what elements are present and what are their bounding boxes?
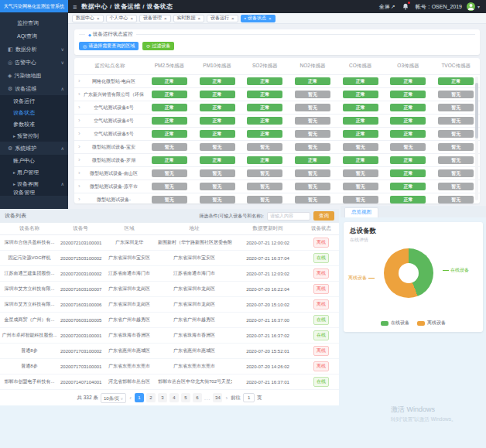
tab-item[interactable]: 数据中心× — [72, 15, 104, 22]
sidebar-item[interactable]: ⚙设备运维∧ — [0, 82, 68, 95]
fullscreen-label: 全屏 — [379, 3, 390, 11]
device-search-button[interactable]: 查询 — [313, 211, 334, 221]
next-page-button[interactable]: › — [224, 395, 228, 402]
expand-row-icon[interactable]: › — [78, 91, 80, 98]
sensor-status-cell: 正常 — [193, 130, 241, 138]
sidebar-item[interactable]: AQI查询 — [0, 29, 68, 43]
sidebar-item[interactable]: ▸用户管理 — [0, 166, 68, 178]
sidebar-item[interactable]: ◎告警中心∨ — [0, 56, 68, 69]
expand-row-icon[interactable]: › — [78, 183, 80, 190]
close-tab-icon[interactable]: × — [164, 16, 167, 21]
legend-item[interactable]: 离线设备 — [417, 320, 446, 327]
expand-row-icon[interactable]: › — [78, 78, 80, 85]
avatar[interactable] — [467, 2, 475, 11]
expand-row-icon[interactable]: › — [78, 170, 80, 177]
close-tab-icon[interactable]: × — [97, 16, 100, 21]
device-search-input[interactable] — [267, 212, 310, 221]
close-tab-icon[interactable]: × — [269, 16, 272, 21]
caret-up-icon: ∧ — [61, 181, 64, 186]
sensor-status-cell: 暂无 — [145, 143, 193, 151]
page-button[interactable]: 6 — [193, 393, 202, 402]
sensor-status-badge: 正常 — [152, 156, 187, 164]
station-name-cell: ›微型站测试设备-南山区 — [74, 170, 145, 177]
device-table-body: 深圳市合信共盈科技有...2020072103100001广东深圳龙华新围新村（… — [0, 235, 339, 390]
expand-row-icon[interactable]: › — [78, 144, 80, 151]
sidebar-item[interactable]: 设备状态 — [0, 107, 68, 118]
expand-row-icon[interactable]: › — [78, 118, 80, 125]
expand-row-icon[interactable]: › — [78, 131, 80, 138]
sensor-status-badge: 正常 — [247, 91, 282, 98]
page-button[interactable]: 4 — [169, 393, 179, 402]
device-cell: 2020071603100006 — [59, 303, 102, 307]
sensor-status-badge: 暂无 — [343, 169, 378, 177]
station-name-cell: ›微型站测试设备- — [74, 197, 145, 203]
goto-page-input[interactable] — [243, 393, 255, 402]
legend-item[interactable]: 在线设备 — [381, 320, 409, 327]
sidebar-item[interactable]: 设备运行 — [0, 95, 68, 107]
notification-bell-icon[interactable] — [402, 3, 409, 10]
sidebar-item[interactable]: 监控查询 — [0, 16, 68, 29]
scrollbar-thumb[interactable] — [475, 83, 478, 139]
sensor-status-badge: 暂无 — [295, 130, 330, 138]
sensor-status-cell: 正常 — [193, 104, 241, 111]
tab-item[interactable]: 个人中心× — [106, 15, 138, 22]
user-menu-caret-icon[interactable]: ▾ — [477, 4, 480, 9]
pagination-bar: 共 332 条10条/页 ∨‹123456...34›前往页 — [0, 390, 339, 405]
sensor-status-badge: 正常 — [295, 77, 330, 85]
fullscreen-button[interactable]: 全屏 ↗ — [379, 3, 395, 11]
sidebar-item[interactable]: 设备管理 — [0, 190, 68, 196]
sensor-status-badge: 暂无 — [343, 196, 378, 203]
close-tab-icon[interactable]: × — [131, 16, 134, 21]
sensor-status-badge: 正常 — [390, 77, 426, 85]
station-row: ›空气站测试设备5号正常正常正常暂无正常正常暂无 — [74, 127, 480, 140]
sidebar-item[interactable]: ▸预警控制 — [0, 130, 68, 142]
section-marker-icon: ◆ — [88, 32, 91, 37]
page-button[interactable]: 2 — [146, 393, 156, 402]
hamburger-icon[interactable]: ≡ — [73, 3, 77, 11]
sensor-status-cell: 暂无 — [432, 104, 480, 111]
device-cell: 2020-07-20 15:52:01 — [232, 349, 303, 354]
sensor-status-badge: 正常 — [343, 91, 378, 98]
tab-label: 实时数据 — [177, 15, 196, 22]
select-region-button[interactable]: ◎ 请选择需要查询的区域 — [79, 42, 139, 50]
sidebar-item[interactable]: ⚙系统维护∧ — [0, 142, 68, 155]
expand-row-icon[interactable]: › — [78, 104, 80, 111]
tab-item[interactable]: 实时数据× — [173, 15, 205, 22]
chart-title: 总设备数 — [344, 222, 483, 236]
tab-item[interactable]: 设备管理× — [139, 15, 171, 22]
close-tab-icon[interactable]: × — [198, 16, 201, 21]
sensor-status-badge: 正常 — [390, 91, 426, 98]
station-name-cell: ›微型站测试设备-原平市 — [74, 183, 145, 190]
close-tab-icon[interactable]: × — [231, 16, 234, 21]
sensor-status-cell: 正常 — [145, 77, 193, 85]
sidebar-item[interactable]: ◧数据分析∨ — [0, 43, 68, 56]
tab-item[interactable]: 设备运行× — [207, 15, 238, 22]
filter-device-button[interactable]: ⟳ 过滤设备 — [142, 42, 174, 50]
sensor-status-badge: 正常 — [343, 104, 378, 111]
sensor-status-cell: 正常 — [193, 156, 241, 164]
page-button[interactable]: 5 — [181, 393, 190, 402]
page-button[interactable]: 1 — [135, 393, 144, 402]
sidebar-item[interactable]: 参数校准 — [0, 118, 68, 130]
sensor-status-badge: 正常 — [295, 156, 330, 164]
tab-overview[interactable]: 总览视图 — [344, 207, 378, 217]
sensor-status-cell: 正常 — [385, 196, 433, 203]
submenu-arrow-icon: ▸ — [13, 169, 15, 175]
sensor-status-cell: 暂无 — [193, 143, 241, 151]
sensor-status-cell: 正常 — [432, 77, 480, 85]
expand-row-icon[interactable]: › — [78, 197, 80, 203]
page-button[interactable]: 34 — [213, 393, 222, 402]
page-size-select[interactable]: 10条/页 ∨ — [101, 393, 126, 403]
device-cell: 广东省广州市越秀区 — [102, 316, 156, 323]
sensor-status-badge: 暂无 — [247, 196, 282, 203]
tab-active[interactable]: ●设备状态× — [241, 15, 276, 22]
page-button[interactable]: 3 — [158, 393, 167, 402]
sidebar-item[interactable]: ▸设备界面∧ — [0, 178, 68, 190]
expand-row-icon[interactable]: › — [78, 157, 80, 164]
sidebar-item[interactable]: ◈污染物地图 — [0, 69, 68, 82]
scrollbar[interactable] — [475, 77, 478, 200]
sensor-status-cell: 正常 — [337, 117, 385, 125]
prev-page-button[interactable]: ‹ — [128, 395, 132, 402]
sidebar-item[interactable]: 账户中心 — [0, 155, 68, 166]
sensor-status-cell: 正常 — [145, 117, 193, 125]
